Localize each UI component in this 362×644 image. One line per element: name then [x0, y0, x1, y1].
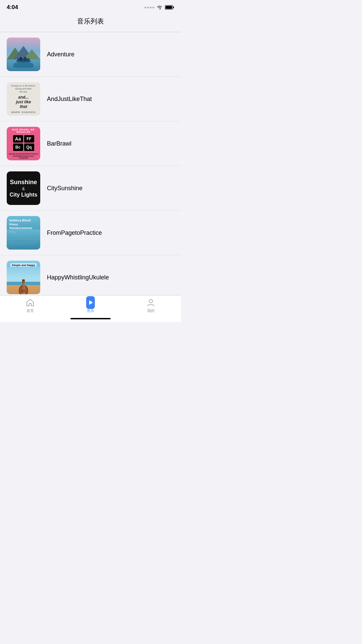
page-title: 音乐列表 [0, 13, 181, 32]
album-art-citysunshine: Sunshine & City Lights [7, 171, 40, 205]
status-time: 4:04 [7, 4, 18, 11]
svg-rect-2 [166, 6, 172, 9]
list-item[interactable]: bulatory Blood Press: Reimbursement FAQ … [0, 211, 181, 255]
wifi-icon [156, 5, 163, 10]
music-title-andjustlikethat: AndJustLikeThat [47, 96, 92, 103]
nav-item-home[interactable]: 首页 [0, 298, 60, 313]
album-art-frompage: bulatory Blood Press: Reimbursement FAQ … [7, 216, 40, 250]
svg-point-32 [149, 300, 153, 303]
nav-label-music: 音乐 [87, 308, 94, 313]
nav-item-profile[interactable]: 我的 [121, 298, 181, 313]
music-title-citysunshine: CitySunshine [47, 185, 82, 192]
music-title-happywhistling: HappyWhistlingUkulele [47, 274, 109, 281]
profile-icon [146, 298, 155, 307]
list-item[interactable]: Adventure [0, 32, 181, 77]
home-icon [26, 298, 35, 307]
album-art-andjustlikethat: Essays on a life before,during and after… [7, 82, 40, 116]
list-item[interactable]: Simple and Happy [0, 255, 181, 299]
battery-icon [165, 5, 174, 10]
list-item[interactable]: Sunshine & City Lights CitySunshine [0, 166, 181, 211]
nav-label-home: 首页 [26, 308, 34, 313]
signal-dots-icon [144, 7, 154, 8]
nav-item-music[interactable]: 音乐 [60, 298, 121, 313]
music-title-barbrawl: BarBrawl [47, 140, 71, 147]
album-art-simplehappy: Simple and Happy [7, 261, 40, 294]
svg-rect-13 [20, 59, 21, 60]
music-title-adventure: Adventure [47, 51, 74, 58]
status-bar: 4:04 [0, 0, 181, 13]
list-item[interactable]: Essays on a life before,during and after… [0, 77, 181, 121]
status-icons [144, 5, 174, 10]
svg-rect-15 [24, 58, 26, 60]
svg-rect-1 [173, 7, 174, 8]
list-item[interactable]: BAR BRAWL BB REGULAR Aa FF Bс Qq ABCDEFG… [0, 121, 181, 166]
music-list: Adventure Essays on a life before,during… [0, 32, 181, 299]
svg-marker-31 [89, 300, 93, 305]
play-icon [86, 298, 95, 307]
home-indicator [70, 318, 111, 319]
album-art-adventure [7, 38, 40, 71]
svg-rect-11 [17, 58, 29, 61]
nav-label-profile: 我的 [147, 308, 155, 313]
music-title-frompage: FromPagetoPractice [47, 229, 102, 236]
album-art-barbrawl: BAR BRAWL BB REGULAR Aa FF Bс Qq ABCDEFG… [7, 127, 40, 160]
